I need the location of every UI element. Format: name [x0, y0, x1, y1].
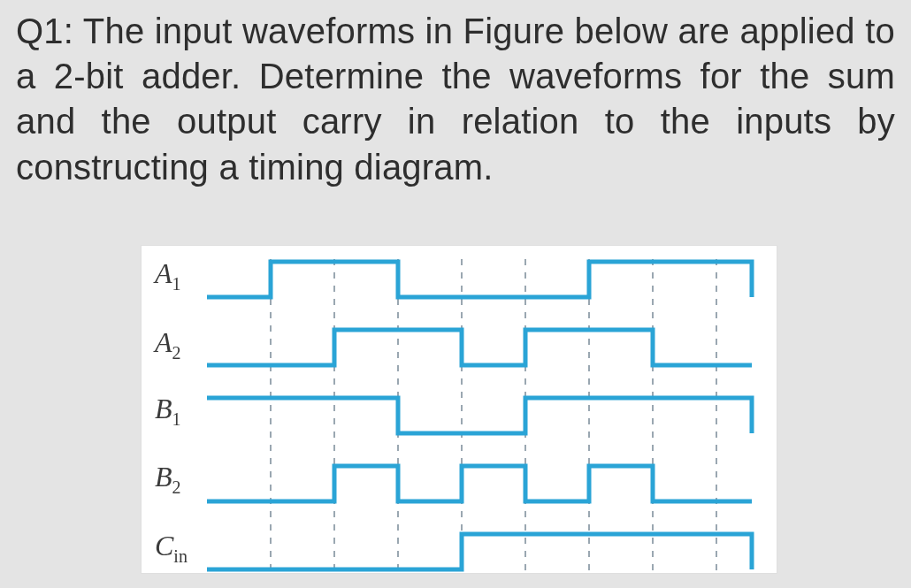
label-b1-sub: 1 — [172, 409, 181, 429]
question-body: The input waveforms in Figure below are … — [16, 11, 895, 187]
timing-svg: A1 A2 B1 B2 Cin — [142, 246, 777, 573]
wave-b1 — [207, 398, 752, 433]
wave-cin — [207, 534, 752, 569]
label-a1-letter: A — [153, 257, 172, 289]
svg-text:B2: B2 — [155, 461, 181, 497]
wave-a2 — [207, 330, 752, 365]
waveforms — [207, 262, 752, 569]
timing-figure: A1 A2 B1 B2 Cin — [142, 246, 777, 573]
svg-text:A2: A2 — [153, 326, 181, 363]
question-prefix: Q1: — [16, 11, 73, 50]
label-a1-sub: 1 — [172, 274, 181, 294]
wave-b2 — [207, 466, 752, 501]
svg-text:A1: A1 — [153, 257, 181, 294]
label-b1-letter: B — [155, 393, 172, 424]
svg-text:Cin: Cin — [155, 530, 188, 566]
label-cin-letter: C — [155, 530, 174, 561]
svg-text:B1: B1 — [155, 393, 181, 429]
label-a2-sub: 2 — [172, 343, 181, 363]
signal-labels: A1 A2 B1 B2 Cin — [153, 257, 188, 566]
label-b2-sub: 2 — [172, 477, 181, 497]
label-b2-letter: B — [155, 461, 172, 493]
label-cin-sub: in — [173, 546, 188, 566]
question-text: Q1: The input waveforms in Figure below … — [16, 9, 895, 190]
grid-lines — [271, 259, 716, 573]
wave-a1 — [207, 262, 752, 297]
label-a2-letter: A — [153, 326, 172, 358]
